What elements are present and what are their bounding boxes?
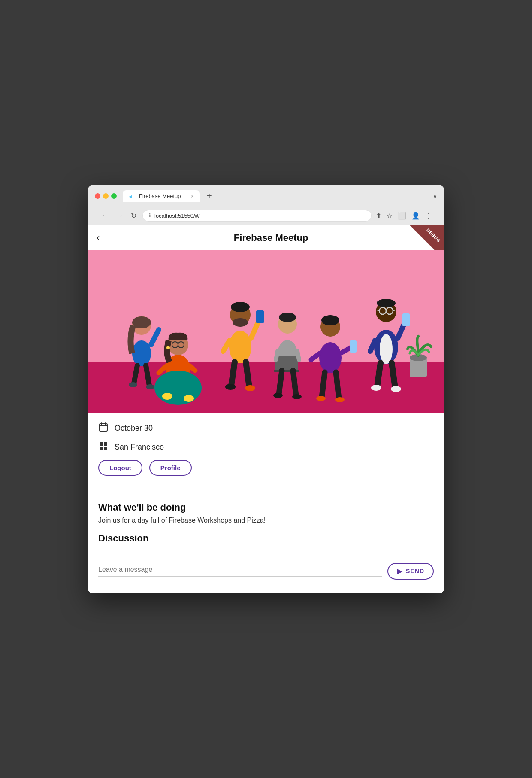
svg-point-8 [146, 384, 154, 389]
svg-line-49 [311, 353, 320, 360]
svg-line-38 [276, 351, 278, 360]
sidebar-icon[interactable]: ⬜ [398, 212, 406, 220]
tab-title: Firebase Meetup [139, 193, 181, 199]
hero-illustration [88, 250, 444, 413]
tab-area: ◂ Firebase Meetup × + ∨ [123, 190, 437, 202]
svg-rect-48 [350, 340, 357, 353]
message-input-wrapper [98, 566, 382, 577]
date-text: October 30 [115, 424, 153, 433]
svg-point-20 [184, 395, 194, 402]
svg-rect-79 [104, 447, 107, 450]
svg-rect-72 [100, 424, 107, 431]
svg-line-29 [231, 362, 235, 386]
svg-point-32 [245, 385, 255, 391]
svg-point-25 [236, 302, 245, 309]
message-row: ▶ SEND [88, 563, 444, 593]
traffic-light-maximize[interactable] [111, 193, 117, 199]
svg-point-1 [132, 340, 151, 366]
svg-line-5 [134, 365, 137, 383]
location-text: San Francisco [115, 443, 164, 452]
svg-line-40 [279, 371, 282, 394]
tab-chevron[interactable]: ∨ [433, 193, 437, 200]
traffic-light-close[interactable] [95, 193, 100, 199]
hero-image [88, 250, 444, 413]
back-btn[interactable]: ← [100, 210, 110, 221]
svg-point-42 [273, 393, 283, 398]
what-title: What we'll be doing [98, 502, 434, 513]
active-tab[interactable]: ◂ Firebase Meetup × [123, 190, 200, 202]
toolbar-actions: ⬆ ☆ ⬜ 👤 ⋮ [376, 212, 432, 220]
address-security-icon: ℹ [149, 213, 151, 219]
page-title: Firebase Meetup [106, 232, 435, 243]
svg-rect-27 [256, 310, 264, 323]
action-buttons: Logout Profile [98, 460, 434, 476]
svg-point-46 [321, 315, 339, 325]
send-button[interactable]: ▶ SEND [387, 563, 434, 580]
svg-line-66 [377, 363, 381, 386]
svg-point-44 [319, 342, 342, 373]
discussion-title: Discussion [98, 533, 434, 544]
svg-line-41 [293, 371, 296, 395]
debug-label: DEBUG [426, 228, 441, 243]
svg-line-4 [151, 330, 159, 345]
calendar-icon [98, 422, 109, 435]
app-bar: ‹ Firebase Meetup DEBUG [88, 225, 444, 250]
back-button[interactable]: ‹ [97, 232, 100, 243]
more-icon[interactable]: ⋮ [425, 212, 432, 220]
logout-button[interactable]: Logout [98, 460, 142, 476]
svg-point-7 [129, 382, 137, 387]
tab-close-btn[interactable]: × [191, 193, 194, 199]
svg-rect-77 [104, 442, 107, 446]
svg-point-55 [380, 334, 393, 364]
browser-toolbar: ← → ↻ ℹ localhost:51550/#/ ⬆ ☆ ⬜ 👤 ⋮ [95, 207, 437, 225]
browser-titlebar: ◂ Firebase Meetup × + ∨ [95, 190, 437, 202]
svg-point-62 [377, 299, 396, 307]
location-icon [98, 441, 109, 454]
svg-point-69 [391, 386, 401, 392]
address-text: localhost:51550/#/ [154, 213, 200, 219]
share-icon[interactable]: ⬆ [376, 212, 381, 220]
svg-point-52 [316, 396, 326, 401]
svg-rect-78 [100, 447, 103, 450]
address-bar[interactable]: ℹ localhost:51550/#/ [142, 210, 372, 222]
svg-point-19 [162, 393, 172, 400]
svg-line-39 [297, 351, 299, 360]
svg-line-6 [146, 365, 149, 386]
date-row: October 30 [98, 422, 434, 435]
info-section: October 30 San Francisco Logout Profile [88, 413, 444, 486]
new-tab-btn[interactable]: + [203, 191, 215, 201]
app-content: ‹ Firebase Meetup DEBUG [88, 225, 444, 593]
profile-button[interactable]: Profile [149, 460, 192, 476]
svg-point-21 [229, 331, 251, 363]
profile-icon[interactable]: 👤 [411, 212, 420, 220]
svg-line-50 [322, 372, 325, 397]
what-body: Join us for a day full of Firebase Works… [98, 517, 434, 524]
send-label: SEND [406, 568, 424, 574]
browser-window: ◂ Firebase Meetup × + ∨ ← → ↻ ℹ localhos… [88, 185, 444, 593]
message-input[interactable] [98, 566, 382, 574]
svg-point-14 [166, 346, 170, 349]
svg-line-51 [336, 372, 339, 398]
location-row: San Francisco [98, 441, 434, 454]
svg-point-35 [279, 313, 296, 322]
content-section: What we'll be doing Join us for a day fu… [88, 493, 444, 563]
browser-chrome: ◂ Firebase Meetup × + ∨ ← → ↻ ℹ localhos… [88, 185, 444, 225]
svg-rect-76 [100, 442, 103, 446]
forward-btn[interactable]: → [115, 210, 125, 221]
svg-rect-64 [402, 313, 410, 326]
svg-line-28 [223, 340, 230, 351]
svg-point-68 [371, 385, 381, 391]
flutter-icon: ◂ [129, 193, 136, 200]
svg-point-43 [292, 394, 302, 399]
traffic-lights [95, 193, 117, 199]
svg-line-30 [246, 362, 249, 387]
traffic-light-minimize[interactable] [103, 193, 109, 199]
svg-line-67 [392, 363, 395, 388]
svg-point-53 [335, 397, 345, 402]
svg-point-31 [225, 384, 236, 390]
refresh-btn[interactable]: ↻ [129, 210, 138, 222]
svg-point-18 [154, 371, 202, 405]
svg-point-23 [233, 318, 248, 327]
send-icon: ▶ [397, 567, 402, 575]
bookmark-icon[interactable]: ☆ [387, 212, 393, 220]
